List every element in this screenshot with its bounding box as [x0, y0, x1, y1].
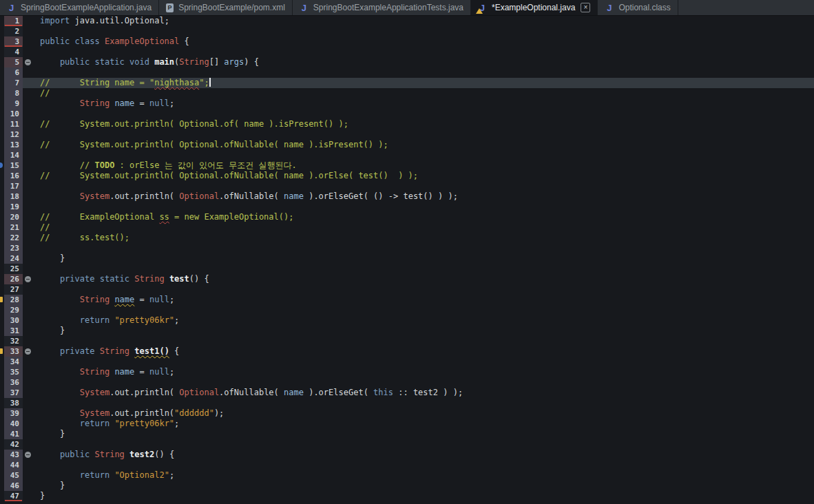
code-line-text[interactable] — [23, 67, 814, 78]
code-line-text[interactable]: // System.out.println( Optional.ofNullab… — [23, 171, 814, 181]
line-number[interactable]: 6 — [4, 67, 23, 78]
code-line[interactable]: 3public class ExampleOptional { — [0, 36, 814, 47]
line-number[interactable]: 36 — [4, 377, 23, 388]
code-line[interactable]: 13// System.out.println( Optional.ofNull… — [0, 140, 814, 150]
code-line[interactable]: 2 — [0, 26, 814, 36]
code-line-text[interactable]: } — [23, 429, 814, 439]
code-line[interactable]: 19 — [0, 202, 814, 212]
code-line-text[interactable]: } — [23, 253, 814, 264]
code-line[interactable]: 15 // TODO : orElse 는 값이 있어도 무조건 실행된다. — [0, 160, 814, 171]
code-line-text[interactable] — [23, 305, 814, 315]
code-line-text[interactable]: // System.out.println( Optional.ofNullab… — [23, 140, 814, 150]
code-line[interactable]: 27 — [0, 284, 814, 295]
line-number[interactable]: 10 — [4, 109, 23, 119]
code-line[interactable]: 6 — [0, 67, 814, 78]
line-number[interactable]: 3 — [4, 36, 23, 47]
code-line[interactable]: 18 System.out.println( Optional.ofNullab… — [0, 191, 814, 202]
code-line[interactable]: 28 String name = null; — [0, 295, 814, 305]
code-line[interactable]: 34 — [0, 357, 814, 367]
code-line-text[interactable] — [23, 398, 814, 408]
code-line-text[interactable] — [23, 377, 814, 388]
tab-springbootexampleapplicationtests-java[interactable]: JSpringBootExampleApplicationTests.java — [293, 0, 471, 15]
line-number[interactable]: 33 — [4, 346, 23, 357]
line-number[interactable]: 9 — [4, 98, 23, 109]
code-line[interactable]: 21// — [0, 222, 814, 233]
code-line-text[interactable] — [23, 357, 814, 367]
code-line[interactable]: 24 } — [0, 253, 814, 264]
tab-springbootexampleapplication-java[interactable]: JSpringBootExampleApplication.java — [0, 0, 159, 15]
code-line-text[interactable]: // System.out.println( Optional.of( name… — [23, 119, 814, 129]
line-number[interactable]: 38 — [4, 398, 23, 408]
code-line[interactable]: 44 — [0, 460, 814, 470]
line-number[interactable]: 25 — [4, 264, 23, 274]
tab-springbootexample-pom-xml[interactable]: PSpringBootExample/pom.xml — [159, 0, 293, 15]
line-number[interactable]: 7 — [4, 78, 23, 88]
line-number[interactable]: 24 — [4, 253, 23, 264]
line-number[interactable]: 1 — [4, 16, 23, 26]
code-line[interactable]: 36 — [0, 377, 814, 388]
code-line[interactable]: 39 System.out.println("dddddd"); — [0, 408, 814, 419]
code-line[interactable]: 46 } — [0, 481, 814, 491]
code-line-text[interactable] — [23, 202, 814, 212]
line-number[interactable]: 45 — [4, 470, 23, 481]
code-line[interactable]: 1import java.util.Optional; — [0, 16, 814, 26]
code-line[interactable]: 35 String name = null; — [0, 367, 814, 377]
line-number[interactable]: 22 — [4, 233, 23, 243]
line-number[interactable]: 42 — [4, 439, 23, 450]
code-line-text[interactable]: String name = null; — [23, 98, 814, 109]
line-number[interactable]: 37 — [4, 388, 23, 398]
line-number[interactable]: 34 — [4, 357, 23, 367]
fold-collapse-icon[interactable] — [25, 348, 31, 355]
code-line-text[interactable]: System.out.println("dddddd"); — [23, 408, 814, 419]
line-number[interactable]: 32 — [4, 336, 23, 346]
line-number[interactable]: 18 — [4, 191, 23, 202]
code-line[interactable]: 5 public static void main(String[] args)… — [0, 57, 814, 67]
code-line-text[interactable]: import java.util.Optional; — [23, 16, 814, 26]
code-line-text[interactable]: // — [23, 88, 814, 98]
code-line-text[interactable]: // ExampleOptional ss = new ExampleOptio… — [23, 212, 814, 222]
warning-marker-icon[interactable] — [0, 348, 3, 354]
code-line-text[interactable]: private String test1() { — [23, 346, 814, 357]
code-line-text[interactable] — [23, 243, 814, 253]
code-line[interactable]: 20// ExampleOptional ss = new ExampleOpt… — [0, 212, 814, 222]
code-line-text[interactable]: public class ExampleOptional { — [23, 36, 814, 47]
code-line-text[interactable]: // String name = "nighthasa"; — [23, 78, 814, 88]
code-line-text[interactable] — [23, 181, 814, 191]
code-line-text[interactable] — [23, 336, 814, 346]
code-line[interactable]: 47} — [0, 491, 814, 501]
line-number[interactable]: 13 — [4, 140, 23, 150]
code-line[interactable]: 33 private String test1() { — [0, 346, 814, 357]
tab-optional-class[interactable]: JOptional.class — [598, 0, 678, 15]
line-number[interactable]: 30 — [4, 315, 23, 326]
tab--exampleoptional-java[interactable]: J*ExampleOptional.java× — [471, 0, 598, 15]
line-number[interactable]: 8 — [4, 88, 23, 98]
line-number[interactable]: 26 — [4, 274, 23, 284]
line-number[interactable]: 19 — [4, 202, 23, 212]
code-line[interactable]: 31 } — [0, 326, 814, 336]
code-line-text[interactable]: } — [23, 481, 814, 491]
code-line[interactable]: 25 — [0, 264, 814, 274]
code-line-text[interactable]: String name = null; — [23, 367, 814, 377]
code-line[interactable]: 9 String name = null; — [0, 98, 814, 109]
line-number[interactable]: 27 — [4, 284, 23, 295]
code-line-text[interactable]: System.out.println( Optional.ofNullable(… — [23, 191, 814, 202]
code-line[interactable]: 45 return "Optional2"; — [0, 470, 814, 481]
code-line-text[interactable] — [23, 284, 814, 295]
code-line-text[interactable]: return "Optional2"; — [23, 470, 814, 481]
code-line[interactable]: 38 — [0, 398, 814, 408]
code-line[interactable]: 29 — [0, 305, 814, 315]
code-line[interactable]: 40 return "pretty06kr"; — [0, 419, 814, 429]
code-line-text[interactable]: return "pretty06kr"; — [23, 419, 814, 429]
code-line-text[interactable] — [23, 47, 814, 57]
line-number[interactable]: 15 — [4, 160, 23, 171]
line-number[interactable]: 44 — [4, 460, 23, 470]
code-line-text[interactable]: // TODO : orElse 는 값이 있어도 무조건 실행된다. — [23, 160, 814, 171]
line-number[interactable]: 21 — [4, 222, 23, 233]
line-number[interactable]: 4 — [4, 47, 23, 57]
line-number[interactable]: 31 — [4, 326, 23, 336]
line-number[interactable]: 46 — [4, 481, 23, 491]
code-line-text[interactable]: private static String test() { — [23, 274, 814, 284]
line-number[interactable]: 17 — [4, 181, 23, 191]
code-line[interactable]: 12 — [0, 129, 814, 140]
code-line[interactable]: 43 public String test2() { — [0, 450, 814, 460]
